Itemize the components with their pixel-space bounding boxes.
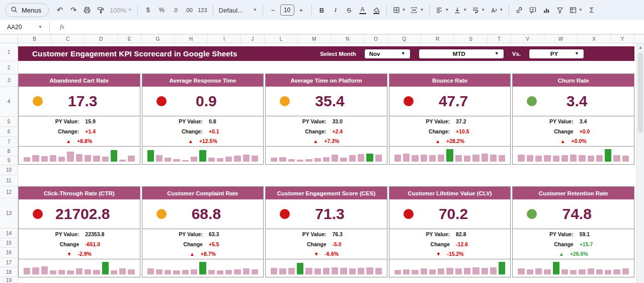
menus-button[interactable]: Menus bbox=[5, 3, 49, 17]
column-header-Y[interactable]: Y bbox=[611, 35, 634, 43]
insert-link-button[interactable] bbox=[513, 4, 526, 17]
italic-button[interactable]: I bbox=[329, 4, 342, 17]
sparkline-bar bbox=[217, 158, 223, 162]
kpi-card[interactable]: Customer Retention Rate 74.8 PY Value: 5… bbox=[512, 186, 634, 277]
sparkline-bar bbox=[570, 270, 577, 274]
insert-comment-button[interactable] bbox=[526, 4, 539, 17]
bold-button[interactable]: B bbox=[315, 4, 329, 17]
row-header-6[interactable]: 6 bbox=[0, 127, 18, 137]
paint-format-button[interactable] bbox=[94, 4, 107, 17]
column-header-O[interactable]: O bbox=[364, 35, 388, 43]
increase-decimal-button[interactable]: .00 bbox=[182, 4, 195, 17]
decrease-decimal-button[interactable]: .0 bbox=[169, 4, 182, 17]
row-header-3[interactable]: 3 bbox=[0, 75, 18, 87]
column-header-V[interactable]: V bbox=[511, 35, 544, 43]
scroll-up-icon[interactable]: ▲ bbox=[637, 43, 644, 50]
column-header-B[interactable]: B bbox=[18, 35, 51, 43]
row-header-18[interactable]: 18 bbox=[0, 267, 18, 277]
percent-format-button[interactable]: % bbox=[155, 4, 168, 17]
row-header-1[interactable]: 1 bbox=[0, 43, 18, 61]
column-header-E[interactable]: E bbox=[118, 35, 141, 43]
row-header-4[interactable]: 4 bbox=[0, 87, 18, 117]
text-rotation-button[interactable]: ▼ bbox=[488, 4, 505, 17]
column-header-M[interactable]: M bbox=[298, 35, 331, 43]
kpi-card[interactable]: Customer Complaint Rate 68.8 PY Value: 6… bbox=[142, 186, 264, 277]
divider bbox=[311, 5, 312, 15]
row-header-8[interactable]: 8 bbox=[0, 147, 18, 156]
kpi-card[interactable]: Customer Lifetime Value (CLV) 70.2 PY Va… bbox=[389, 186, 511, 277]
row-header-17[interactable]: 17 bbox=[0, 258, 18, 267]
row-header-14[interactable]: 14 bbox=[0, 229, 18, 238]
kpi-card[interactable]: Average Response Time 0.9 PY Value: 0.8 … bbox=[142, 74, 264, 165]
merge-cells-button[interactable]: ▼ bbox=[408, 4, 426, 17]
kpi-card[interactable]: Bounce Rate 47.7 PY Value: 37.2 Change: … bbox=[389, 74, 511, 165]
pivot-table-button[interactable]: ▼ bbox=[567, 4, 585, 17]
undo-button[interactable]: ↶ bbox=[53, 4, 66, 17]
insert-chart-button[interactable] bbox=[540, 4, 553, 17]
kpi-card[interactable]: Customer Engagement Score (CES) 71.3 PY … bbox=[265, 186, 387, 277]
row-header-16[interactable]: 16 bbox=[0, 248, 18, 258]
row-header-9[interactable]: 9 bbox=[0, 156, 18, 165]
column-header-H[interactable]: H bbox=[175, 35, 208, 43]
borders-button[interactable]: ▼ bbox=[390, 4, 408, 17]
compare-dropdown[interactable]: PY ▼ bbox=[529, 49, 584, 59]
scrollbar-thumb[interactable] bbox=[638, 52, 643, 133]
row-header-5[interactable]: 5 bbox=[0, 117, 18, 127]
row-header-11[interactable]: 11 bbox=[0, 175, 18, 186]
sparkline-bar bbox=[102, 262, 109, 274]
change-row: Change +0.0 bbox=[513, 126, 634, 136]
strikethrough-button[interactable]: S bbox=[343, 4, 356, 17]
row-header-2[interactable]: 2 bbox=[0, 61, 18, 75]
functions-button[interactable]: Σ bbox=[585, 4, 598, 17]
row-header-10[interactable]: 10 bbox=[0, 165, 18, 175]
column-header-W[interactable]: W bbox=[544, 35, 578, 43]
create-filter-button[interactable] bbox=[553, 4, 567, 17]
kpi-card[interactable]: Abandoned Cart Rate 17.3 PY Value: 15.9 … bbox=[18, 74, 140, 165]
kpi-card[interactable]: Average Time on Platform 35.4 PY Value: … bbox=[265, 74, 387, 165]
column-header-L[interactable]: L bbox=[265, 35, 298, 43]
row-header-15[interactable]: 15 bbox=[0, 238, 18, 248]
period-dropdown[interactable]: MTD ▼ bbox=[419, 49, 504, 59]
row-header-13[interactable]: 13 bbox=[0, 198, 18, 229]
select-all-corner[interactable] bbox=[0, 35, 18, 43]
print-button[interactable] bbox=[80, 4, 94, 17]
column-header-I[interactable]: I bbox=[208, 35, 241, 43]
text-wrap-button[interactable]: ▼ bbox=[469, 4, 487, 17]
row-header-12[interactable]: 12 bbox=[0, 186, 18, 198]
vertical-scrollbar[interactable]: ▲ bbox=[636, 43, 644, 283]
font-size-input[interactable]: 10 bbox=[280, 5, 294, 16]
column-header-Q[interactable]: Q bbox=[388, 35, 421, 43]
column-header-D[interactable]: D bbox=[85, 35, 118, 43]
more-formats-button[interactable]: 123 bbox=[196, 4, 209, 17]
sparkline bbox=[19, 259, 140, 277]
trend-pct: +12.5% bbox=[199, 138, 217, 144]
redo-button[interactable]: ↷ bbox=[67, 4, 80, 17]
column-header-J[interactable]: J bbox=[241, 35, 265, 43]
fill-color-button[interactable] bbox=[370, 4, 383, 17]
decrease-font-size-button[interactable]: − bbox=[267, 4, 280, 17]
column-header-G[interactable]: G bbox=[141, 35, 175, 43]
sheet-canvas[interactable]: Customer Engagement KPI Scorecard in Goo… bbox=[18, 43, 644, 283]
text-color-button[interactable]: A bbox=[356, 4, 369, 17]
column-header-R[interactable]: R bbox=[421, 35, 454, 43]
font-select[interactable]: Defaul... ▼ bbox=[217, 4, 259, 17]
column-header-C[interactable]: C bbox=[51, 35, 85, 43]
horizontal-align-button[interactable]: ▼ bbox=[433, 4, 451, 17]
row-header-19[interactable]: 19 bbox=[0, 277, 18, 283]
column-header-N[interactable]: N bbox=[331, 35, 364, 43]
change-label: Change bbox=[513, 241, 573, 247]
kpi-card[interactable]: Click-Through Rate (CTR) 21702.8 PY Valu… bbox=[18, 186, 140, 277]
increase-font-size-button[interactable]: + bbox=[295, 4, 308, 17]
sparkline bbox=[266, 147, 387, 164]
name-box[interactable]: AA20 ▼ bbox=[0, 20, 46, 34]
row-header-7[interactable]: 7 bbox=[0, 137, 18, 147]
currency-format-button[interactable]: $ bbox=[141, 4, 154, 17]
kpi-card[interactable]: Churn Rate 3.4 PY Value: 3.4 Change +0.0… bbox=[512, 74, 634, 165]
zoom-select[interactable]: 100% ▼ bbox=[108, 4, 134, 17]
card-value-row: 68.8 bbox=[142, 199, 264, 229]
column-header-T[interactable]: T bbox=[488, 35, 511, 43]
column-header-S[interactable]: S bbox=[454, 35, 488, 43]
month-dropdown[interactable]: Nov ▼ bbox=[364, 49, 411, 59]
column-header-X[interactable]: X bbox=[578, 35, 611, 43]
vertical-align-button[interactable]: ▼ bbox=[451, 4, 469, 17]
